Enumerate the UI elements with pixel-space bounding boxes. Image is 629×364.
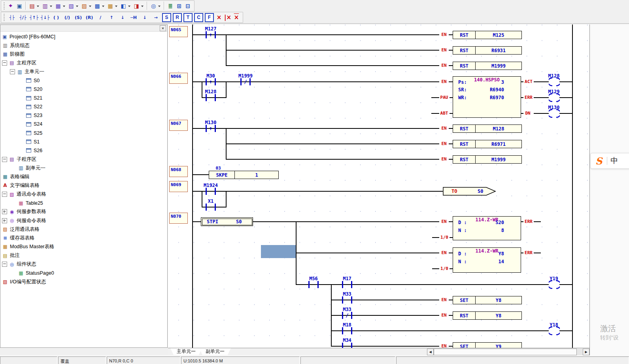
tree-item-io-config-status[interactable]: ▧I/O编号配置状态 bbox=[0, 277, 167, 286]
coil[interactable] bbox=[549, 280, 560, 289]
jump-to-step[interactable]: TO S0 bbox=[443, 187, 496, 196]
collapse-icon[interactable] bbox=[2, 157, 7, 162]
tree-item-main-unit-1[interactable]: ▥主单元一 bbox=[0, 68, 167, 76]
dropdown-arrow-icon[interactable] bbox=[114, 2, 118, 10]
ladder-editor[interactable]: N065 M127 ↑ EN EN EN RSTM125 RSTR6931 RS… bbox=[168, 25, 589, 348]
contact-rising-button[interactable]: ┤↑├ bbox=[28, 13, 40, 22]
function-block-zwr[interactable]: 114.Z-WR D : S20 N : 8 bbox=[453, 216, 521, 240]
rst-block[interactable]: RSTM1999 bbox=[453, 155, 522, 164]
contact-rising[interactable]: ↑ bbox=[206, 31, 216, 38]
contact-falling-button[interactable]: ┤↓├ bbox=[40, 13, 51, 22]
scroll-right-button[interactable]: ▶ bbox=[583, 349, 589, 355]
contact-no[interactable] bbox=[342, 327, 352, 334]
tree-item-sub-program-area[interactable]: ▤子程序区 bbox=[0, 155, 167, 164]
set-block[interactable]: SETY9 bbox=[453, 342, 522, 348]
tree-item-s24[interactable]: S24 bbox=[0, 120, 167, 128]
edge-down-button[interactable]: ↓ bbox=[117, 13, 128, 22]
network-label-n070[interactable]: N070 bbox=[169, 213, 188, 224]
network-label-n069[interactable]: N069 bbox=[169, 181, 188, 192]
scrollbar-thumb[interactable] bbox=[434, 349, 577, 355]
delete-element-button[interactable]: × bbox=[215, 13, 223, 22]
expand-icon[interactable] bbox=[2, 209, 7, 214]
tab-sub-unit-1[interactable]: 副单元一 bbox=[199, 348, 231, 355]
tree-item-servo-param-table[interactable]: ◉伺服参数表格 bbox=[0, 207, 167, 216]
tree-item-s26[interactable]: S26 bbox=[0, 146, 167, 155]
contact-nc-button[interactable]: ┤/├ bbox=[17, 13, 28, 22]
rst-block[interactable]: RSTR6971 bbox=[453, 140, 522, 148]
toolbar-grip[interactable] bbox=[4, 2, 5, 9]
input-method-bar[interactable]: S 中 bbox=[590, 153, 629, 169]
toolbar-grip[interactable] bbox=[4, 14, 5, 21]
contact-no[interactable] bbox=[342, 343, 352, 348]
collapse-icon[interactable] bbox=[2, 262, 7, 267]
tree-item-servo-cmd-table[interactable]: ◎伺服命令表格 bbox=[0, 216, 167, 225]
coil-reset-button[interactable]: (R) bbox=[84, 13, 95, 22]
status-page-button[interactable]: ◧ bbox=[119, 1, 132, 11]
close-icon[interactable]: ✕ bbox=[160, 25, 166, 31]
modbus-table-button[interactable]: ▦ bbox=[106, 1, 119, 11]
servo-cmd-table-button[interactable]: ▧ bbox=[67, 1, 80, 11]
general-comm-table-button[interactable]: ▨ bbox=[80, 1, 93, 11]
register-r-button[interactable]: R bbox=[173, 13, 182, 22]
invert-button[interactable]: / bbox=[95, 13, 106, 22]
tree-item-main-program-area[interactable]: ▤主程序区 bbox=[0, 58, 167, 67]
step-s-button[interactable]: S bbox=[162, 13, 171, 22]
tree-item-project-root[interactable]: ▣Project0 [FBs-60MC] bbox=[0, 32, 167, 41]
servo-param-table-button[interactable]: ▦ bbox=[54, 1, 67, 11]
dropdown-arrow-icon[interactable] bbox=[75, 2, 79, 10]
counter-c-button[interactable]: C bbox=[194, 13, 203, 22]
dropdown-arrow-icon[interactable] bbox=[62, 2, 66, 10]
contact-no-button[interactable]: ┤├ bbox=[6, 13, 17, 22]
contact-rising[interactable]: ↑ bbox=[206, 125, 216, 132]
collapse-icon[interactable] bbox=[10, 69, 15, 74]
tree-item-general-comm-table[interactable]: ▨泛用通讯表格 bbox=[0, 225, 167, 234]
list-button[interactable]: ≣ bbox=[166, 1, 175, 11]
function-block-zwr[interactable]: 114.Z-WR D : Y8 N : 14 bbox=[453, 247, 521, 273]
line-vertical-button[interactable]: ↓ bbox=[139, 13, 150, 22]
tree-item-comments[interactable]: ▤批注 bbox=[0, 251, 167, 260]
contact-nc[interactable]: / bbox=[342, 312, 352, 319]
tree-item-s1[interactable]: S1 bbox=[0, 138, 167, 146]
stpi-block[interactable]: STPI S0 bbox=[201, 217, 253, 226]
contact-rising[interactable]: ↑ bbox=[206, 78, 216, 85]
tree-item-s0[interactable]: S0 bbox=[0, 76, 167, 85]
register-table-button[interactable]: ▩ bbox=[93, 1, 106, 11]
monitor-button[interactable]: ▣ bbox=[15, 1, 24, 11]
tree-item-table-edit[interactable]: ▦表格编辑 bbox=[0, 172, 167, 181]
function-f-button[interactable]: F bbox=[205, 13, 214, 22]
insert-element-button[interactable]: ⊟ bbox=[183, 1, 192, 11]
set-block[interactable]: SETY8 bbox=[453, 296, 522, 304]
function-block-hspso[interactable]: 140.HSPSO Ps: 3 SR: R6940 WR: R6970 bbox=[453, 76, 521, 118]
horizontal-scrollbar[interactable]: ◀ ▶ bbox=[427, 349, 589, 355]
delete-horizontal-line-button[interactable]: × bbox=[232, 13, 241, 22]
tree-item-register-table[interactable]: ≡缓存器表格 bbox=[0, 234, 167, 242]
rst-block[interactable]: RSTM128 bbox=[453, 124, 522, 133]
zoom-button[interactable]: ◎ bbox=[149, 1, 162, 11]
dropdown-arrow-icon[interactable] bbox=[127, 2, 131, 10]
line-horizontal-button[interactable]: ─H bbox=[128, 13, 139, 22]
coil-not-button[interactable]: (/) bbox=[62, 13, 73, 22]
network-label-n065[interactable]: N065 bbox=[169, 26, 188, 37]
contact-no[interactable] bbox=[206, 204, 216, 211]
tree-item-modbus-master-table[interactable]: ▦ModBus Master表格 bbox=[0, 242, 167, 251]
coil[interactable] bbox=[549, 326, 560, 335]
scroll-left-button[interactable]: ◀ bbox=[427, 349, 434, 355]
contact-no[interactable] bbox=[308, 281, 319, 288]
rst-block[interactable]: RSTY8 bbox=[453, 311, 522, 320]
timer-t-button[interactable]: T bbox=[183, 13, 193, 22]
dropdown-arrow-icon[interactable] bbox=[157, 2, 161, 10]
line-arrow-button[interactable]: → bbox=[150, 13, 161, 22]
collapse-icon[interactable] bbox=[2, 60, 7, 66]
tree-item-ladder-diagram[interactable]: ▦阶梯图 bbox=[0, 50, 167, 58]
tree-item-s21[interactable]: S21 bbox=[0, 94, 167, 102]
tree-item-s23[interactable]: S23 bbox=[0, 111, 167, 120]
tree-item-text-edit-table[interactable]: A文字编辑表格 bbox=[0, 181, 167, 190]
contact-nc[interactable]: / bbox=[240, 78, 251, 85]
dropdown-arrow-icon[interactable] bbox=[101, 2, 105, 10]
dropdown-arrow-icon[interactable] bbox=[88, 2, 92, 10]
dropdown-arrow-icon[interactable] bbox=[36, 2, 40, 10]
tab-main-unit-1[interactable]: 主单元一 bbox=[170, 348, 202, 355]
coil[interactable] bbox=[549, 93, 560, 102]
selection-cursor[interactable] bbox=[261, 245, 296, 258]
network-label-n066[interactable]: N066 bbox=[169, 73, 188, 84]
